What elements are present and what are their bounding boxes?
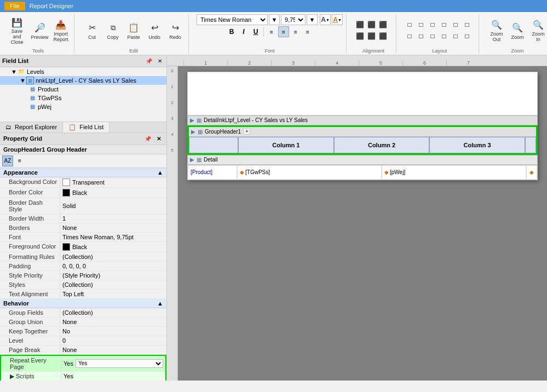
bold-button[interactable]: B [226,26,237,37]
field-list-close-btn[interactable]: ✕ [156,57,164,65]
layout-btn-9[interactable]: □ [427,31,438,42]
font-section: Times New Roman ▼ 9,75 ▼ A▼ A▼ B I U ≡ [197,14,343,47]
gh-expand-arrow[interactable]: ▶ [191,129,195,135]
tab-report-explorer[interactable]: 🗂 Report Explorer [0,122,63,132]
align-tr-button[interactable]: ⬛ [377,19,388,30]
undo-button[interactable]: ↩ Undo [145,20,164,42]
justify-button[interactable]: ≡ [302,26,313,37]
align-ml-button[interactable]: ⬛ [354,31,365,42]
align-right-button[interactable]: ≡ [290,26,301,37]
align-mr-button[interactable]: ⬛ [377,31,388,42]
prop-value-font[interactable]: Times New Roman, 9,75pt [60,233,166,241]
font-size-dropdown[interactable]: ▼ [307,14,318,25]
save-close-button[interactable]: 💾 Save andClose [5,14,28,47]
ruler-mark-4: 4 [315,60,359,66]
prop-value-fgcolor[interactable]: Black [60,242,166,252]
align-mc-button[interactable]: ⬛ [366,31,377,42]
col-header-1[interactable]: Column 1 [238,137,334,153]
redo-button[interactable]: ↪ Redo [165,20,185,42]
prop-value-groupfields[interactable]: (Collection) [60,308,166,317]
layout-btn-10[interactable]: □ [439,31,450,42]
font-name-select[interactable]: Times New Roman [197,14,268,25]
tree-item-levels[interactable]: ▼ 📁 Levels [0,67,166,76]
zoom-button[interactable]: 🔍 Zoom [508,20,527,42]
prop-value-formrules[interactable]: (Collection) [60,252,166,261]
cut-button[interactable]: ✂ Cut [82,20,102,42]
prop-row-bgcolor: Background Color Transparent [0,177,166,188]
copy-label: Copy [107,34,119,40]
prop-section-appearance[interactable]: Appearance ▲ [0,168,166,177]
file-tab[interactable]: File [4,2,25,10]
layout-btn-12[interactable]: □ [462,31,473,42]
prop-row-font: Font Times New Roman, 9,75pt [0,233,166,242]
font-divider [263,27,264,37]
scripts-expand-arrow[interactable]: ▶ [10,373,14,379]
layout-btn-6[interactable]: □ [462,19,473,30]
zoom-group-label: Zoom [511,48,524,54]
tree-item-tgwpss[interactable]: ▦ TGwPSs [0,94,166,102]
layout-btn-3[interactable]: □ [427,19,438,30]
detail-sub-expand[interactable]: ▶ [190,157,194,163]
tree-item-pwej[interactable]: ▦ pWej [0,102,166,111]
layout-btn-4[interactable]: □ [439,19,450,30]
zoom-in-button[interactable]: 🔍 ZoomIn [528,17,547,44]
gh-expand-btn[interactable]: + [243,128,250,135]
prop-grid-close-btn[interactable]: ✕ [154,135,163,143]
field-list-pin-btn[interactable]: 📌 [143,57,154,65]
prop-value-bgcolor[interactable]: Transparent [60,177,166,187]
paste-button[interactable]: 📋 Paste [124,20,143,42]
font-size-select[interactable]: 9,75 [281,14,306,25]
layout-btn-1[interactable]: □ [404,19,415,30]
prop-name-groupfields: Group Fields [0,308,60,317]
prop-sort-category-btn[interactable]: ≡ [14,155,25,166]
align-left-button[interactable]: ≡ [266,26,277,37]
layout-btn-11[interactable]: □ [450,31,461,42]
align-center-button[interactable]: ≡ [278,26,289,37]
detail-expand-arrow[interactable]: ▶ [190,117,194,123]
tree-arrow-nkl[interactable]: ▼ [20,77,26,84]
detail-cell-pwej[interactable]: ◆ [pWej] [382,165,526,180]
prop-value-stylepriority[interactable]: (Style Priority) [60,271,166,280]
align-tc-button[interactable]: ⬛ [366,19,377,30]
layout-btn-7[interactable]: □ [404,31,415,42]
redo-label: Redo [169,34,181,40]
layout-btn-2[interactable]: □ [416,19,427,30]
alignment-group-label: Alignment [362,48,384,54]
align-tl-button[interactable]: ⬛ [354,19,365,30]
underline-button[interactable]: U [250,26,261,37]
tree-item-product[interactable]: ▦ Product [0,85,166,94]
prop-section-behavior[interactable]: Behavior ▲ [0,299,166,308]
layout-btn-5[interactable]: □ [450,19,461,30]
prop-value-repeatpage[interactable]: Yes Yes No [61,356,165,371]
tab-field-list[interactable]: 📋 Field List [63,122,110,132]
col-header-3[interactable]: Column 3 [429,137,525,153]
prop-row-stylepriority: Style Priority (Style Priority) [0,271,166,280]
tree-label-pwej: pWej [38,103,51,110]
repeat-page-select[interactable]: Yes No [76,359,163,368]
font-name-dropdown[interactable]: ▼ [269,14,280,25]
prop-row-formrules: Formatting Rules (Collection) [0,252,166,262]
pwej-badge: ◆ [384,169,389,175]
prop-value-bordercolor[interactable]: Black [60,188,166,198]
detail-cell-tgwpss[interactable]: ◆ [TGwPSs] [237,165,382,180]
tree-arrow-levels[interactable]: ▼ [11,68,18,75]
zoom-out-button[interactable]: 🔍 ZoomOut [487,17,506,44]
report-canvas: ▶ ▦ Detail/nkLtpf_Level - CY Sales vs LY… [187,72,538,180]
italic-button[interactable]: I [238,26,249,37]
highlight-color-button[interactable]: A▼ [332,14,343,25]
copy-button[interactable]: ⧉ Copy [103,20,123,42]
import-report-button[interactable]: 📥 ImportReport [51,17,71,44]
layout-btn-8[interactable]: □ [416,31,427,42]
font-color-button[interactable]: A▼ [320,14,331,25]
prop-value-styles[interactable]: (Collection) [60,280,166,289]
tree-label-tgwpss: TGwPSs [38,95,61,101]
col-header-2[interactable]: Column 2 [334,137,430,153]
tree-item-nkl[interactable]: ▼ ▦ nnkLtpf_Level - CY Sales vs LY Sales [0,76,166,85]
preview-button[interactable]: 🔎 Preview [30,20,50,42]
zoom-in-icon: 🔍 [532,19,545,32]
prop-grid-pin-btn[interactable]: 📌 [142,135,153,143]
field-list-panel: ▼ 📁 Levels ▼ ▦ nnkLtpf_Level - CY Sales … [0,67,166,122]
prop-sort-alpha-btn[interactable]: AZ [2,155,13,166]
layout-group-label: Layout [433,48,447,54]
detail-cell-product[interactable]: [Product] [188,165,237,180]
